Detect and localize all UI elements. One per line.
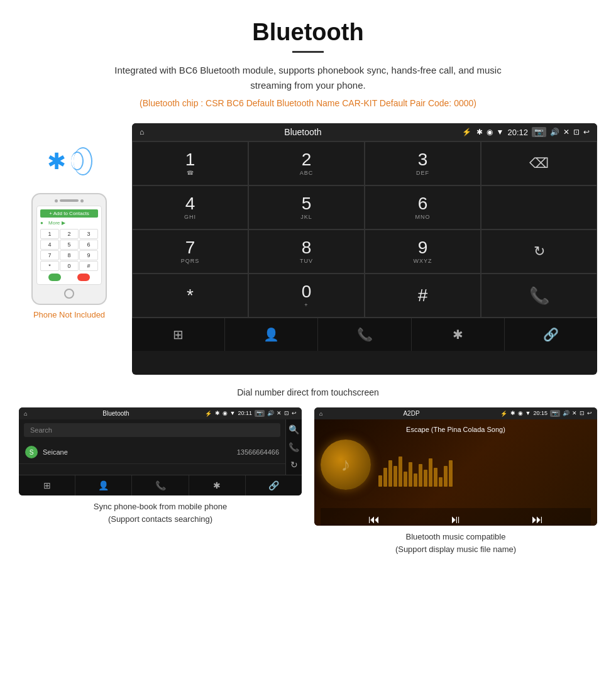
eq-bar-5 (399, 456, 402, 487)
pb-side-icons: 🔍 📞 ↻ (285, 419, 302, 475)
phone-dial-hash[interactable]: # (79, 261, 98, 271)
car-screen: ⌂ Bluetooth ⚡ ✱ ◉ ▼ 20:12 📷 🔊 ✕ ⊡ ↩ 1☎ 2 (132, 123, 597, 375)
phone-dot-2 (80, 199, 84, 202)
pb-sig-icon: ▼ (230, 410, 236, 417)
car-usb-icon: ⚡ (462, 128, 471, 136)
music-sig-icon: ▼ (525, 410, 531, 417)
phone-speaker (60, 199, 79, 202)
pb-toolbar-link[interactable]: 🔗 (246, 475, 302, 495)
phone-screen-header: + Add to Contacts (40, 209, 98, 218)
phone-dial-1[interactable]: 1 (40, 229, 59, 239)
pb-back-icon[interactable]: ↩ (292, 410, 297, 417)
pb-bt-icon: ✱ (215, 410, 220, 417)
pb-win-icon[interactable]: ⊡ (284, 410, 289, 417)
dial-call-green[interactable]: 📞 (481, 274, 597, 318)
music-status-bar: ⌂ A2DP ⚡ ✱ ◉ ▼ 20:15 📷 🔊 ✕ ⊡ ↩ (314, 407, 597, 419)
phone-dial-2[interactable]: 2 (60, 229, 79, 239)
car-camera-icon[interactable]: 📷 (532, 127, 546, 137)
left-panel: ✱ + Add to Contacts ● More ▶ 1 2 3 (19, 123, 119, 375)
phone-dial-9[interactable]: 9 (79, 250, 98, 260)
music-win-icon[interactable]: ⊡ (580, 410, 585, 417)
pb-camera-icon[interactable]: 📷 (255, 410, 265, 417)
toolbar-call-btn[interactable]: 📞 (318, 318, 411, 351)
music-camera-icon[interactable]: 📷 (550, 410, 560, 417)
pb-toolbar-dialpad[interactable]: ⊞ (19, 475, 75, 495)
pb-close-icon[interactable]: ✕ (277, 410, 282, 417)
phone-dial-8[interactable]: 8 (60, 250, 79, 260)
music-vol-icon[interactable]: 🔊 (563, 410, 569, 417)
phone-dial-star[interactable]: * (40, 261, 59, 271)
phone-dial-3[interactable]: 3 (79, 229, 98, 239)
phone-home-circle[interactable] (64, 289, 74, 299)
music-prev-btn[interactable]: ⏮ (368, 513, 380, 526)
dial-backspace[interactable]: ⌫ (481, 141, 597, 185)
pb-bottom-toolbar: ⊞ 👤 📞 ✱ 🔗 (19, 475, 302, 495)
dial-key-9[interactable]: 9WXYZ (365, 230, 481, 274)
pb-refresh-icon[interactable]: ↻ (290, 460, 298, 470)
dial-key-1[interactable]: 1☎ (132, 141, 248, 185)
toolbar-link-btn[interactable]: 🔗 (505, 318, 597, 351)
music-home-icon[interactable]: ⌂ (319, 411, 322, 417)
music-next-btn[interactable]: ⏭ (532, 513, 543, 526)
dial-key-5[interactable]: 5JKL (248, 185, 365, 230)
car-volume-icon[interactable]: 🔊 (550, 128, 559, 136)
music-usb-icon: ⚡ (500, 411, 507, 417)
toolbar-dialpad-btn[interactable]: ⊞ (132, 318, 225, 351)
dial-key-hash[interactable]: # (365, 274, 481, 318)
car-close-icon[interactable]: ✕ (563, 128, 569, 136)
main-content: ✱ + Add to Contacts ● More ▶ 1 2 3 (0, 117, 616, 381)
dial-key-2[interactable]: 2ABC (248, 141, 365, 185)
music-bt-icon: ✱ (510, 410, 515, 417)
pb-toolbar-bt[interactable]: ✱ (189, 475, 246, 495)
dial-key-0[interactable]: 0+ (248, 274, 365, 318)
car-right-icons: ✱ ◉ ▼ 20:12 📷 🔊 ✕ ⊡ ↩ (476, 127, 590, 137)
dial-key-4[interactable]: 4GHI (132, 185, 248, 230)
phone-dial-5[interactable]: 5 (60, 240, 79, 250)
contact-row-seicane[interactable]: S Seicane 13566664466 (19, 441, 285, 464)
dial-caption: Dial number direct from touchscreen (0, 387, 616, 397)
eq-bar-12 (434, 468, 437, 487)
phone-mockup: + Add to Contacts ● More ▶ 1 2 3 4 5 6 7… (31, 193, 107, 305)
eq-bar-13 (439, 477, 443, 487)
car-location-icon: ◉ (487, 128, 493, 136)
pb-phone-icon[interactable]: 📞 (289, 442, 299, 452)
music-play-btn[interactable]: ⏯ (450, 513, 461, 526)
pb-search-box[interactable]: Search (24, 423, 280, 437)
phone-call-button[interactable] (48, 274, 61, 281)
car-window-icon[interactable]: ⊡ (573, 128, 580, 136)
dial-key-star[interactable]: * (132, 274, 248, 318)
phone-end-button[interactable] (77, 274, 90, 281)
dial-key-7[interactable]: 7PQRS (132, 230, 248, 274)
pb-home-icon[interactable]: ⌂ (24, 411, 27, 417)
pb-content-area: Search S Seicane 13566664466 🔍 📞 ↻ (19, 419, 302, 475)
phone-bottom-btns (40, 274, 98, 281)
car-home-icon[interactable]: ⌂ (140, 128, 144, 136)
dial-refresh[interactable]: ↻ (481, 230, 597, 274)
music-close-icon[interactable]: ✕ (572, 410, 577, 417)
dial-key-8[interactable]: 8TUV (248, 230, 365, 274)
pb-vol-icon[interactable]: 🔊 (267, 410, 274, 417)
toolbar-contacts-btn[interactable]: 👤 (225, 318, 318, 351)
music-song-title: Escape (The Pina Colada Song) (406, 426, 505, 433)
music-screenshot: ⌂ A2DP ⚡ ✱ ◉ ▼ 20:15 📷 🔊 ✕ ⊡ ↩ Escape (T… (314, 407, 597, 555)
phonebook-caption: Sync phone-book from mobile phone (Suppo… (94, 501, 227, 525)
phone-dial-4[interactable]: 4 (40, 240, 59, 250)
phone-dial-6[interactable]: 6 (79, 240, 98, 250)
music-content: Escape (The Pina Colada Song) ♪ (314, 419, 597, 526)
dial-key-6[interactable]: 6MNO (365, 185, 481, 230)
pb-search-area: Search (19, 419, 285, 441)
phone-dial-0[interactable]: 0 (60, 261, 79, 271)
phone-screen: + Add to Contacts ● More ▶ 1 2 3 4 5 6 7… (36, 206, 102, 285)
page-description: Integrated with BC6 Bluetooth module, su… (104, 63, 512, 93)
pb-time: 20:11 (238, 410, 252, 417)
pb-toolbar-call[interactable]: 📞 (132, 475, 189, 495)
music-back-icon[interactable]: ↩ (587, 410, 592, 417)
car-back-icon[interactable]: ↩ (583, 128, 590, 136)
toolbar-bluetooth-btn[interactable]: ✱ (412, 318, 505, 351)
dial-key-3[interactable]: 3DEF (365, 141, 481, 185)
phone-dial-7[interactable]: 7 (40, 250, 59, 260)
phonebook-screen: ⌂ Bluetooth ⚡ ✱ ◉ ▼ 20:11 📷 🔊 ✕ ⊡ ↩ (19, 407, 302, 495)
pb-search-icon[interactable]: 🔍 (289, 424, 299, 434)
contact-avatar-s: S (25, 446, 38, 458)
pb-toolbar-contacts[interactable]: 👤 (75, 475, 132, 495)
